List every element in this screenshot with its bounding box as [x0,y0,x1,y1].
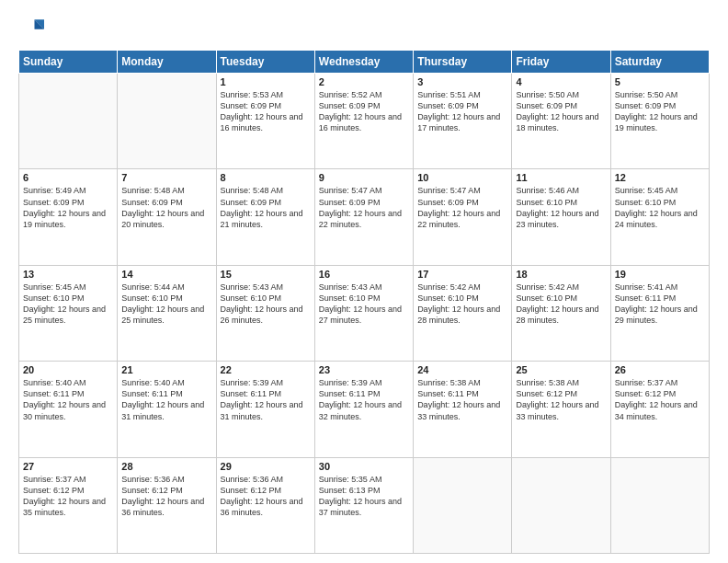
day-cell [414,457,512,553]
day-number: 16 [319,269,409,280]
cell-info: Sunrise: 5:47 AM Sunset: 6:09 PM Dayligh… [417,185,507,230]
cell-info: Sunrise: 5:39 AM Sunset: 6:11 PM Dayligh… [221,377,311,422]
day-cell: 20Sunrise: 5:40 AM Sunset: 6:11 PM Dayli… [19,362,118,457]
week-row-2: 13Sunrise: 5:45 AM Sunset: 6:10 PM Dayli… [19,265,710,361]
day-number: 17 [417,269,507,280]
day-number: 25 [516,364,606,375]
day-number: 10 [417,172,507,183]
day-cell: 15Sunrise: 5:43 AM Sunset: 6:10 PM Dayli… [216,265,314,361]
day-number: 22 [221,364,311,375]
day-number: 1 [221,76,311,87]
day-cell: 9Sunrise: 5:47 AM Sunset: 6:09 PM Daylig… [314,169,413,265]
week-row-3: 20Sunrise: 5:40 AM Sunset: 6:11 PM Dayli… [19,362,710,457]
day-number: 11 [516,172,606,183]
cell-info: Sunrise: 5:37 AM Sunset: 6:12 PM Dayligh… [23,474,113,519]
weekday-monday: Monday [118,51,216,74]
weekday-header-row: SundayMondayTuesdayWednesdayThursdayFrid… [19,51,710,74]
cell-info: Sunrise: 5:46 AM Sunset: 6:10 PM Dayligh… [516,185,606,230]
header [18,15,710,40]
day-cell: 12Sunrise: 5:45 AM Sunset: 6:10 PM Dayli… [610,169,709,265]
day-cell: 28Sunrise: 5:36 AM Sunset: 6:12 PM Dayli… [118,457,216,553]
day-cell: 1Sunrise: 5:53 AM Sunset: 6:09 PM Daylig… [216,74,314,169]
cell-info: Sunrise: 5:42 AM Sunset: 6:10 PM Dayligh… [516,282,606,327]
day-number: 13 [23,269,113,280]
cell-info: Sunrise: 5:43 AM Sunset: 6:10 PM Dayligh… [221,282,311,327]
weekday-thursday: Thursday [414,51,512,74]
week-row-4: 27Sunrise: 5:37 AM Sunset: 6:12 PM Dayli… [19,457,710,553]
day-number: 19 [615,269,705,280]
logo [18,15,48,40]
day-number: 27 [23,461,113,472]
cell-info: Sunrise: 5:48 AM Sunset: 6:09 PM Dayligh… [221,185,311,230]
day-number: 3 [417,76,507,87]
day-cell: 13Sunrise: 5:45 AM Sunset: 6:10 PM Dayli… [19,265,118,361]
day-cell [118,74,216,169]
day-cell: 10Sunrise: 5:47 AM Sunset: 6:09 PM Dayli… [414,169,512,265]
cell-info: Sunrise: 5:42 AM Sunset: 6:10 PM Dayligh… [417,282,507,327]
weekday-saturday: Saturday [610,51,709,74]
day-cell: 29Sunrise: 5:36 AM Sunset: 6:12 PM Dayli… [216,457,314,553]
cell-info: Sunrise: 5:36 AM Sunset: 6:12 PM Dayligh… [121,474,211,519]
day-number: 29 [221,461,311,472]
week-row-1: 6Sunrise: 5:49 AM Sunset: 6:09 PM Daylig… [19,169,710,265]
weekday-friday: Friday [512,51,610,74]
day-cell [19,74,118,169]
week-row-0: 1Sunrise: 5:53 AM Sunset: 6:09 PM Daylig… [19,74,710,169]
day-cell: 21Sunrise: 5:40 AM Sunset: 6:11 PM Dayli… [118,362,216,457]
day-cell: 22Sunrise: 5:39 AM Sunset: 6:11 PM Dayli… [216,362,314,457]
cell-info: Sunrise: 5:51 AM Sunset: 6:09 PM Dayligh… [417,89,507,134]
day-number: 12 [615,172,705,183]
weekday-sunday: Sunday [19,51,118,74]
day-cell: 6Sunrise: 5:49 AM Sunset: 6:09 PM Daylig… [19,169,118,265]
day-cell: 2Sunrise: 5:52 AM Sunset: 6:09 PM Daylig… [314,74,413,169]
day-cell: 5Sunrise: 5:50 AM Sunset: 6:09 PM Daylig… [610,74,709,169]
day-number: 24 [417,364,507,375]
weekday-wednesday: Wednesday [314,51,413,74]
logo-icon [18,15,44,40]
day-cell: 7Sunrise: 5:48 AM Sunset: 6:09 PM Daylig… [118,169,216,265]
day-cell: 26Sunrise: 5:37 AM Sunset: 6:12 PM Dayli… [610,362,709,457]
day-cell: 27Sunrise: 5:37 AM Sunset: 6:12 PM Dayli… [19,457,118,553]
cell-info: Sunrise: 5:43 AM Sunset: 6:10 PM Dayligh… [319,282,409,327]
day-number: 20 [23,364,113,375]
cell-info: Sunrise: 5:39 AM Sunset: 6:11 PM Dayligh… [319,377,409,422]
day-number: 7 [121,172,211,183]
cell-info: Sunrise: 5:38 AM Sunset: 6:11 PM Dayligh… [417,377,507,422]
cell-info: Sunrise: 5:48 AM Sunset: 6:09 PM Dayligh… [121,185,211,230]
day-number: 6 [23,172,113,183]
cell-info: Sunrise: 5:41 AM Sunset: 6:11 PM Dayligh… [615,282,705,327]
day-cell: 14Sunrise: 5:44 AM Sunset: 6:10 PM Dayli… [118,265,216,361]
cell-info: Sunrise: 5:38 AM Sunset: 6:12 PM Dayligh… [516,377,606,422]
day-number: 18 [516,269,606,280]
cell-info: Sunrise: 5:47 AM Sunset: 6:09 PM Dayligh… [319,185,409,230]
cell-info: Sunrise: 5:36 AM Sunset: 6:12 PM Dayligh… [221,474,311,519]
weekday-tuesday: Tuesday [216,51,314,74]
cell-info: Sunrise: 5:52 AM Sunset: 6:09 PM Dayligh… [319,89,409,134]
day-cell [610,457,709,553]
day-cell: 11Sunrise: 5:46 AM Sunset: 6:10 PM Dayli… [512,169,610,265]
day-cell: 24Sunrise: 5:38 AM Sunset: 6:11 PM Dayli… [414,362,512,457]
day-cell: 17Sunrise: 5:42 AM Sunset: 6:10 PM Dayli… [414,265,512,361]
day-number: 8 [221,172,311,183]
day-cell: 19Sunrise: 5:41 AM Sunset: 6:11 PM Dayli… [610,265,709,361]
day-number: 14 [121,269,211,280]
day-cell: 25Sunrise: 5:38 AM Sunset: 6:12 PM Dayli… [512,362,610,457]
cell-info: Sunrise: 5:50 AM Sunset: 6:09 PM Dayligh… [615,89,705,134]
cell-info: Sunrise: 5:37 AM Sunset: 6:12 PM Dayligh… [615,377,705,422]
day-cell [512,457,610,553]
day-number: 9 [319,172,409,183]
day-number: 28 [121,461,211,472]
cell-info: Sunrise: 5:35 AM Sunset: 6:13 PM Dayligh… [319,474,409,519]
day-number: 4 [516,76,606,87]
day-number: 23 [319,364,409,375]
day-cell: 3Sunrise: 5:51 AM Sunset: 6:09 PM Daylig… [414,74,512,169]
cell-info: Sunrise: 5:50 AM Sunset: 6:09 PM Dayligh… [516,89,606,134]
cell-info: Sunrise: 5:44 AM Sunset: 6:10 PM Dayligh… [121,282,211,327]
cell-info: Sunrise: 5:45 AM Sunset: 6:10 PM Dayligh… [615,185,705,230]
day-cell: 4Sunrise: 5:50 AM Sunset: 6:09 PM Daylig… [512,74,610,169]
day-cell: 16Sunrise: 5:43 AM Sunset: 6:10 PM Dayli… [314,265,413,361]
page: SundayMondayTuesdayWednesdayThursdayFrid… [0,0,728,563]
calendar: SundayMondayTuesdayWednesdayThursdayFrid… [18,50,710,554]
day-number: 30 [319,461,409,472]
cell-info: Sunrise: 5:53 AM Sunset: 6:09 PM Dayligh… [221,89,311,134]
